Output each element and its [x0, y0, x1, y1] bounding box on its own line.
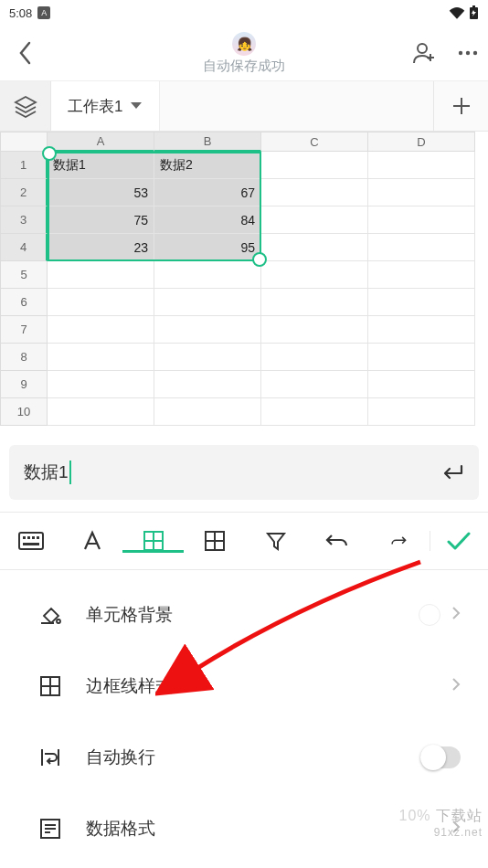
redo-button[interactable] — [368, 532, 430, 550]
spreadsheet[interactable]: A B C D 1 数据1 数据2 2 53 67 3 75 84 4 — [0, 132, 488, 432]
cell-format-button[interactable] — [122, 530, 184, 552]
cell[interactable] — [261, 316, 368, 344]
cell[interactable] — [261, 152, 368, 179]
formula-input[interactable]: 数据1 — [24, 460, 440, 485]
option-label: 自动换行 — [86, 746, 398, 769]
active-sheet-tab[interactable]: 工作表1 — [51, 81, 160, 131]
cell[interactable] — [48, 261, 154, 289]
color-preview — [419, 604, 440, 626]
table-button[interactable] — [184, 530, 245, 552]
cell[interactable]: 53 — [48, 179, 154, 206]
row-header[interactable]: 5 — [0, 261, 48, 289]
col-header-a[interactable]: A — [48, 132, 154, 152]
cell[interactable] — [48, 289, 154, 316]
row-header[interactable]: 7 — [0, 316, 48, 344]
svg-rect-1 — [472, 5, 475, 7]
toggle-switch[interactable] — [420, 746, 461, 768]
cell[interactable] — [261, 398, 368, 426]
check-icon — [446, 531, 472, 551]
border-style-option[interactable]: 边框线样式 — [0, 651, 488, 722]
cell[interactable] — [368, 152, 475, 179]
undo-button[interactable] — [307, 532, 368, 550]
cell[interactable] — [368, 289, 475, 316]
formula-text: 数据1 — [24, 462, 69, 482]
confirm-button[interactable] — [430, 531, 488, 551]
keyboard-button[interactable] — [0, 532, 61, 550]
cell[interactable] — [261, 371, 368, 398]
cell[interactable] — [261, 289, 368, 316]
row-header[interactable]: 10 — [0, 398, 48, 426]
cell[interactable] — [48, 371, 154, 398]
cell[interactable] — [154, 344, 261, 371]
back-button[interactable] — [7, 41, 44, 65]
cell[interactable] — [261, 344, 368, 371]
cell[interactable] — [368, 316, 475, 344]
col-header-d[interactable]: D — [368, 132, 475, 152]
add-sheet-button[interactable] — [433, 81, 488, 131]
cell[interactable]: 75 — [48, 206, 154, 234]
row-header[interactable]: 4 — [0, 234, 48, 261]
cell[interactable]: 23 — [48, 234, 154, 261]
keyboard-icon — [18, 532, 44, 550]
cell[interactable] — [368, 344, 475, 371]
cell[interactable]: 67 — [154, 179, 261, 206]
row-header[interactable]: 1 — [0, 152, 48, 179]
svg-rect-8 — [27, 536, 30, 539]
cell[interactable] — [261, 261, 368, 289]
cell[interactable] — [368, 234, 475, 261]
cell[interactable]: 95 — [154, 234, 261, 261]
cell[interactable] — [154, 261, 261, 289]
cell[interactable] — [368, 261, 475, 289]
cell[interactable] — [368, 371, 475, 398]
row-header[interactable]: 3 — [0, 206, 48, 234]
row-header[interactable]: 8 — [0, 344, 48, 371]
watermark-url: 91xz.net — [399, 826, 483, 839]
sheets-list-button[interactable] — [0, 81, 51, 131]
select-all-corner[interactable] — [0, 132, 48, 152]
row-header[interactable]: 6 — [0, 289, 48, 316]
option-label: 边框线样式 — [86, 674, 430, 698]
svg-point-2 — [418, 44, 427, 53]
cell[interactable]: 84 — [154, 206, 261, 234]
cell[interactable] — [48, 344, 154, 371]
cell[interactable] — [154, 398, 261, 426]
cell[interactable] — [48, 398, 154, 426]
active-tab-indicator — [122, 550, 184, 553]
cell[interactable] — [154, 289, 261, 316]
avatar: 👧 — [232, 32, 256, 56]
cell[interactable] — [48, 316, 154, 344]
col-header-c[interactable]: C — [261, 132, 368, 152]
cell[interactable] — [261, 234, 368, 261]
chevron-left-icon — [18, 41, 33, 65]
svg-rect-10 — [37, 536, 39, 539]
layers-icon — [14, 94, 37, 118]
cell[interactable]: 数据1 — [48, 152, 154, 179]
table-icon — [204, 530, 226, 552]
cell[interactable] — [154, 316, 261, 344]
battery-icon — [469, 5, 479, 20]
col-header-b[interactable]: B — [154, 132, 261, 152]
filter-button[interactable] — [246, 530, 307, 552]
cell[interactable] — [368, 398, 475, 426]
watermark-pct: 10% — [399, 808, 431, 823]
option-label: 数据格式 — [86, 817, 430, 841]
cell[interactable] — [261, 179, 368, 206]
more-horizontal-icon — [458, 50, 478, 56]
paint-bucket-icon — [38, 603, 62, 627]
cell[interactable] — [368, 179, 475, 206]
row-header[interactable]: 9 — [0, 371, 48, 398]
filter-icon — [265, 530, 287, 552]
cell[interactable] — [154, 371, 261, 398]
more-button[interactable] — [448, 33, 488, 73]
cell[interactable]: 数据2 — [154, 152, 261, 179]
status-bar: 5:08 A — [0, 0, 488, 26]
row-header[interactable]: 2 — [0, 179, 48, 206]
share-user-button[interactable] — [404, 33, 444, 73]
formula-bar[interactable]: 数据1 — [9, 445, 479, 500]
cell[interactable] — [368, 206, 475, 234]
cell-background-option[interactable]: 单元格背景 — [0, 579, 488, 651]
cell[interactable] — [261, 206, 368, 234]
font-button[interactable] — [61, 530, 122, 552]
wrap-text-option[interactable]: 自动换行 — [0, 722, 488, 793]
enter-icon[interactable] — [440, 463, 464, 482]
